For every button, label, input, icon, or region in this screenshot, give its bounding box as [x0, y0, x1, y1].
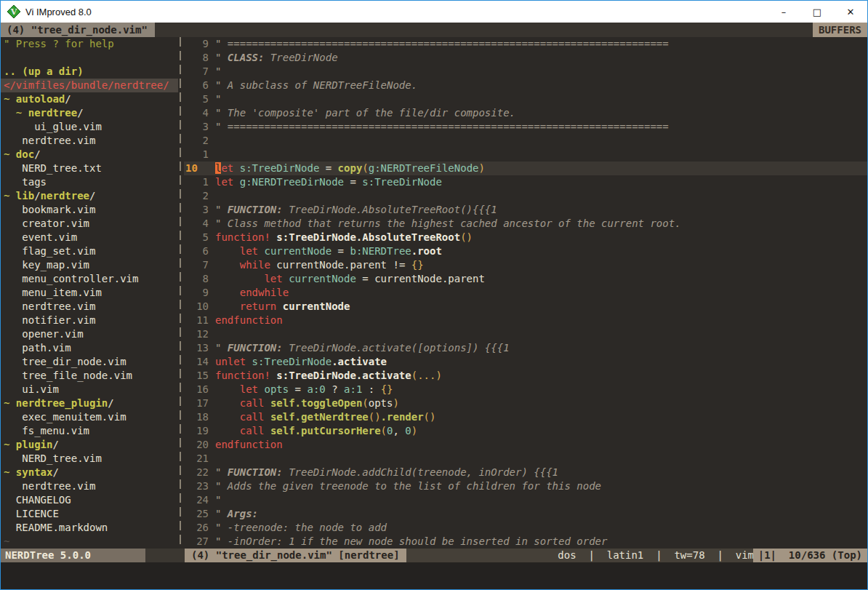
- tree-item[interactable]: nerdtree.vim: [1, 134, 178, 148]
- code-line[interactable]: 3" =====================================…: [184, 120, 867, 134]
- window-title: Vi IMproved 8.0: [25, 7, 92, 17]
- code-line[interactable]: 4" The 'composite' part of the file/dir …: [184, 106, 867, 120]
- code-line[interactable]: 5": [184, 92, 867, 106]
- code-line[interactable]: 1let g:NERDTreeDirNode = s:TreeDirNode: [184, 175, 867, 189]
- tree-item[interactable]: menu_item.vim: [1, 286, 178, 300]
- tree-item[interactable]: [1, 51, 178, 65]
- line-number: 26: [184, 521, 215, 535]
- tree-item[interactable]: tree_file_node.vim: [1, 369, 178, 383]
- tree-item[interactable]: menu_controller.vim: [1, 272, 178, 286]
- tree-item[interactable]: " Press ? for help: [1, 37, 178, 51]
- code-line[interactable]: 19 call self.putCursorHere(0, 0): [184, 424, 867, 438]
- line-number: 10: [184, 300, 215, 314]
- tree-item[interactable]: key_map.vim: [1, 258, 178, 272]
- tree-item[interactable]: LICENCE: [1, 507, 178, 521]
- statusline-flags: dos | latin1 | tw=78 | vim: [558, 549, 754, 562]
- tree-item[interactable]: ui.vim: [1, 383, 178, 396]
- line-number: 14: [184, 355, 215, 369]
- code-line[interactable]: 9" =====================================…: [184, 37, 867, 51]
- line-number: 11: [184, 314, 215, 327]
- code-line[interactable]: 26" -treenode: the node to add: [184, 521, 867, 535]
- code-line[interactable]: 2: [184, 189, 867, 203]
- code-line[interactable]: 7": [184, 65, 867, 79]
- tree-item[interactable]: NERD_tree.txt: [1, 162, 178, 175]
- tree-item[interactable]: bookmark.vim: [1, 203, 178, 217]
- tree-item[interactable]: fs_menu.vim: [1, 424, 178, 438]
- maximize-button[interactable]: □: [800, 1, 834, 23]
- tree-item[interactable]: exec_menuitem.vim: [1, 410, 178, 424]
- tree-item[interactable]: ~: [1, 535, 178, 549]
- code-line[interactable]: 11endfunction: [184, 314, 867, 327]
- tree-item[interactable]: ~ syntax/: [1, 466, 178, 479]
- tree-root-item[interactable]: </vimfiles/bundle/nerdtree/: [1, 79, 178, 92]
- vim-icon: V: [7, 5, 20, 18]
- line-number: 24: [184, 493, 215, 507]
- code-line[interactable]: 18 call self.getNerdtree().render(): [184, 410, 867, 424]
- tree-item[interactable]: CHANGELOG: [1, 493, 178, 507]
- line-number: 5: [184, 92, 215, 106]
- tree-item[interactable]: flag_set.vim: [1, 244, 178, 258]
- code-line[interactable]: 17 call self.toggleOpen(opts): [184, 396, 867, 410]
- line-number: 16: [184, 383, 215, 396]
- svg-text:V: V: [10, 7, 17, 17]
- code-line[interactable]: 9 endwhile: [184, 286, 867, 300]
- tree-item[interactable]: ~ nerdtree_plugin/: [1, 396, 178, 410]
- code-line[interactable]: 25" Args:: [184, 507, 867, 521]
- code-line[interactable]: 14unlet s:TreeDirNode.activate: [184, 355, 867, 369]
- tree-item[interactable]: path.vim: [1, 341, 178, 355]
- current-line-number: 10: [184, 162, 215, 175]
- tree-item[interactable]: NERD_tree.vim: [1, 452, 178, 466]
- close-button[interactable]: ✕: [834, 1, 867, 23]
- code-line[interactable]: 23" Adds the given treenode to the list …: [184, 479, 867, 493]
- tree-item[interactable]: README.markdown: [1, 521, 178, 535]
- tree-item[interactable]: nerdtree.vim: [1, 479, 178, 493]
- line-number: 21: [184, 452, 215, 466]
- tree-item[interactable]: nerdtree.vim: [1, 300, 178, 314]
- code-line[interactable]: 5function! s:TreeDirNode.AbsoluteTreeRoo…: [184, 231, 867, 244]
- minimize-button[interactable]: –: [767, 1, 800, 23]
- code-line[interactable]: 15function! s:TreeDirNode.activate(...): [184, 369, 867, 383]
- code-line[interactable]: 27" -inOrder: 1 if the new node should b…: [184, 535, 867, 549]
- tree-item[interactable]: ~ doc/: [1, 148, 178, 162]
- tree-item[interactable]: ~ nerdtree/: [1, 106, 178, 120]
- statusline-position: |1| 10/636 (Top): [753, 549, 867, 562]
- code-line[interactable]: 16 let opts = a:0 ? a:1 : {}: [184, 383, 867, 396]
- code-line[interactable]: 24": [184, 493, 867, 507]
- line-number: 25: [184, 507, 215, 521]
- tree-item[interactable]: event.vim: [1, 231, 178, 244]
- tree-item[interactable]: tags: [1, 175, 178, 189]
- tree-item[interactable]: tree_dir_node.vim: [1, 355, 178, 369]
- line-number: 4: [184, 106, 215, 120]
- code-line[interactable]: 2: [184, 134, 867, 148]
- code-line[interactable]: 8 let currentNode = currentNode.parent: [184, 272, 867, 286]
- line-number: 6: [184, 244, 215, 258]
- code-line[interactable]: 20endfunction: [184, 438, 867, 452]
- code-line[interactable]: 3" FUNCTION: TreeDirNode.AbsoluteTreeRoo…: [184, 203, 867, 217]
- code-line[interactable]: 10 return currentNode: [184, 300, 867, 314]
- tree-item[interactable]: creator.vim: [1, 217, 178, 231]
- code-line[interactable]: 4" Class method that returns the highest…: [184, 217, 867, 231]
- window-split-separator[interactable]: [178, 37, 184, 549]
- line-number: 5: [184, 231, 215, 244]
- code-line[interactable]: 10let s:TreeDirNode = copy(g:NERDTreeFil…: [184, 162, 867, 175]
- code-line[interactable]: 12: [184, 327, 867, 341]
- code-line[interactable]: 7 while currentNode.parent != {}: [184, 258, 867, 272]
- line-number: 8: [184, 51, 215, 65]
- tree-item[interactable]: ui_glue.vim: [1, 120, 178, 134]
- tree-item[interactable]: ~ lib/nerdtree/: [1, 189, 178, 203]
- code-line[interactable]: 6 let currentNode = b:NERDTree.root: [184, 244, 867, 258]
- tree-item[interactable]: .. (up a dir): [1, 65, 178, 79]
- code-line[interactable]: 1: [184, 148, 867, 162]
- code-line[interactable]: 6" A subclass of NERDTreeFileNode.: [184, 79, 867, 92]
- code-line[interactable]: 13" FUNCTION: TreeDirNode.activate([opti…: [184, 341, 867, 355]
- tree-item[interactable]: ~ autoload/: [1, 92, 178, 106]
- code-line[interactable]: 21: [184, 452, 867, 466]
- statusline-filename: (4) "tree_dir_node.vim" [nerdtree]: [185, 549, 406, 562]
- tab-tree-dir-node[interactable]: (4) "tree_dir_node.vim": [1, 23, 155, 37]
- line-number: 12: [184, 327, 215, 341]
- code-line[interactable]: 8" CLASS: TreeDirNode: [184, 51, 867, 65]
- tree-item[interactable]: ~ plugin/: [1, 438, 178, 452]
- code-line[interactable]: 22" FUNCTION: TreeDirNode.addChild(treen…: [184, 466, 867, 479]
- tree-item[interactable]: notifier.vim: [1, 314, 178, 327]
- tree-item[interactable]: opener.vim: [1, 327, 178, 341]
